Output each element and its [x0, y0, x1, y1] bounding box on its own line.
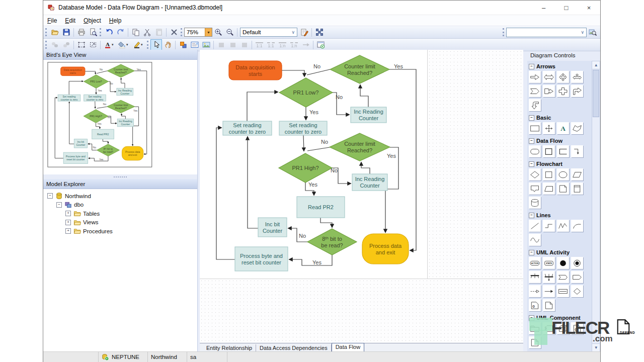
flow-node-procbyte[interactable]: Process byte andreset bit counter: [235, 247, 288, 271]
shape-arrow-quad[interactable]: [557, 71, 569, 83]
birds-eye-minimap[interactable]: Data acquisitionstartsCounter limitReach…: [47, 62, 156, 171]
print-preview-button[interactable]: [87, 27, 99, 38]
shape-input-output[interactable]: [571, 168, 583, 180]
zoom-combo-dropdown[interactable]: ▼: [205, 28, 212, 36]
find-object-combo[interactable]: ∨: [506, 28, 587, 37]
shape-stored-data[interactable]: [529, 197, 541, 209]
print-button[interactable]: [75, 27, 87, 38]
flow-node-limit1[interactable]: Counter limitReached?: [330, 55, 389, 83]
chevron-down-icon[interactable]: ▾: [126, 43, 130, 47]
tree-item-northwind[interactable]: −Northwind: [43, 192, 197, 201]
shape-artifact[interactable]: [529, 336, 541, 348]
flow-connector[interactable]: [307, 69, 330, 75]
flow-node-limit2[interactable]: Counter limitReached?: [330, 133, 390, 161]
relation-one-to-one-dashed-button[interactable]: 1:1: [265, 39, 277, 51]
flow-node-incread1[interactable]: Inc ReadingCounter: [351, 107, 386, 123]
open-button[interactable]: [49, 27, 60, 38]
flow-connector[interactable]: [282, 70, 304, 76]
flow-connector[interactable]: [320, 218, 332, 227]
flow-node-procbyte[interactable]: Process byte andreset bit counter: [63, 152, 88, 163]
flow-connector[interactable]: [361, 162, 370, 174]
insert-text-block-button[interactable]: [189, 39, 200, 51]
shape-text-shape[interactable]: [557, 122, 569, 134]
shape-join[interactable]: [543, 271, 555, 283]
undo-button[interactable]: [103, 27, 115, 38]
chevron-down-icon[interactable]: ∨: [289, 30, 297, 35]
font-color-button[interactable]: ▾: [102, 39, 117, 51]
expand-icon[interactable]: +: [65, 228, 71, 234]
flow-connector[interactable]: [248, 137, 258, 228]
flow-node-start[interactable]: Data acquisitionstarts: [229, 61, 282, 80]
fill-color-button[interactable]: ▾: [117, 39, 131, 51]
birds-eye-view[interactable]: Data acquisitionstartsCounter limitReach…: [43, 60, 197, 174]
menu-item-object[interactable]: Object: [79, 15, 105, 26]
paste-button[interactable]: [153, 27, 165, 38]
shape-document[interactable]: [557, 183, 569, 195]
tree-item-procedures[interactable]: +Procedures: [43, 227, 197, 236]
toolbar-grip[interactable]: [147, 41, 148, 49]
shape-dependency-line[interactable]: [529, 285, 541, 297]
shape-terminator[interactable]: [557, 168, 569, 180]
align-left-button[interactable]: [215, 39, 227, 51]
maximize-button[interactable]: □: [555, 1, 578, 15]
shape-association-line[interactable]: [543, 285, 555, 297]
collapse-icon[interactable]: −: [56, 202, 62, 208]
shape-line-curve[interactable]: [529, 234, 541, 246]
collapse-icon[interactable]: −: [529, 115, 534, 121]
shape-send-signal[interactable]: [571, 271, 583, 283]
shape-line-arc[interactable]: [571, 220, 583, 232]
relation-one-to-one-button[interactable]: 1:1: [254, 39, 265, 51]
menu-item-edit[interactable]: Edit: [61, 15, 79, 26]
shape-action[interactable]: [529, 257, 541, 269]
collapse-icon[interactable]: −: [529, 213, 534, 218]
collapse-icon[interactable]: −: [529, 64, 534, 69]
shape-arrow-plus[interactable]: [557, 85, 569, 97]
toolbar-grip[interactable]: [45, 28, 47, 36]
collapse-icon[interactable]: −: [529, 161, 534, 167]
flow-connector[interactable]: [216, 128, 235, 259]
shape-fork[interactable]: [529, 271, 541, 283]
flow-node-incread1[interactable]: Inc ReadingCounter: [117, 88, 133, 95]
flow-node-start[interactable]: Data acquisitionstarts: [61, 67, 85, 75]
diagram-style-combo[interactable]: Default ∨: [240, 28, 297, 37]
expand-icon[interactable]: +: [65, 220, 71, 225]
pan-tool-button[interactable]: [162, 39, 174, 51]
flow-node-pr1high[interactable]: PR1 High?: [279, 153, 332, 183]
flow-node-pr1low[interactable]: PR1 Low?: [279, 78, 333, 107]
flow-node-incbit[interactable]: Inc bitCounter: [258, 218, 287, 237]
flow-node-seta[interactable]: Set readingcounter to zero: [223, 121, 272, 135]
shape-arrow-corner-right[interactable]: [571, 85, 583, 97]
shape-final-node[interactable]: [571, 257, 583, 269]
align-center-button[interactable]: [227, 39, 238, 51]
edit-diagram-style-button[interactable]: [298, 27, 310, 38]
shape-code-note[interactable]: [529, 299, 541, 311]
copy-button[interactable]: [130, 27, 141, 38]
shape-arrow-corner-down[interactable]: [529, 99, 541, 111]
insert-image-button[interactable]: [200, 39, 212, 51]
shape-arrow-pentagon[interactable]: [529, 85, 541, 97]
shape-external-entity[interactable]: [529, 145, 541, 157]
flow-node-procdata[interactable]: Process dataand exit: [122, 146, 143, 160]
flow-node-seta[interactable]: Set readingcounter to zero: [58, 95, 80, 101]
chevron-down-icon[interactable]: ∨: [579, 30, 586, 35]
shape-arrow-left-right[interactable]: [543, 71, 555, 83]
tree-item-dbo[interactable]: −dbo: [43, 201, 197, 210]
shape-manual-operation[interactable]: [543, 183, 555, 195]
flow-node-incbit[interactable]: Inc bitCounter: [74, 139, 87, 148]
lower-shape-button[interactable]: [60, 39, 72, 51]
save-button[interactable]: [60, 27, 72, 38]
toolbar-grip[interactable]: [100, 28, 101, 36]
toolbar-grip[interactable]: [503, 28, 504, 36]
tree-item-tables[interactable]: +Tables: [43, 209, 197, 218]
auto-layout-button[interactable]: [313, 27, 325, 38]
flow-connector[interactable]: [303, 135, 304, 151]
shape-data-store[interactable]: [557, 145, 569, 157]
shape-receive-signal[interactable]: [557, 271, 569, 283]
menu-item-help[interactable]: Help: [105, 15, 126, 26]
shape-z-order-button[interactable]: [177, 39, 189, 51]
resize-to-bounds-button[interactable]: [87, 39, 99, 51]
relation-one-to-many-dashed-button[interactable]: 1:n: [288, 39, 300, 51]
toolbar-grip[interactable]: [45, 41, 47, 49]
shape-component[interactable]: [543, 322, 555, 334]
menu-item-file[interactable]: File: [43, 15, 61, 26]
